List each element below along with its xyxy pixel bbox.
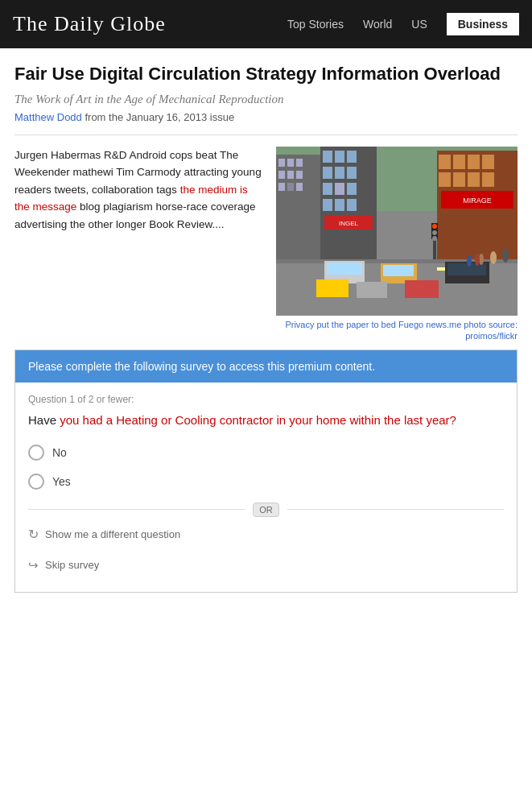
svg-rect-14 [347, 151, 357, 163]
svg-rect-18 [323, 183, 332, 195]
or-badge: OR [253, 503, 279, 517]
skip-label: Skip survey [45, 559, 99, 571]
svg-rect-50 [316, 279, 348, 297]
svg-rect-33 [468, 172, 480, 187]
survey-body: Question 1 of 2 or fewer: Have you had a… [15, 383, 517, 592]
svg-rect-9 [287, 183, 294, 191]
svg-rect-7 [296, 171, 303, 179]
svg-rect-15 [323, 167, 332, 179]
svg-rect-20 [347, 183, 357, 195]
byline-rest: from the January 16, 2013 issue [82, 111, 234, 123]
survey-container: Please complete the following survey to … [14, 350, 518, 593]
refresh-icon: ↻ [28, 527, 39, 542]
article-image-block: INGEL MIRAGE [276, 147, 518, 342]
svg-point-58 [432, 224, 437, 229]
svg-point-60 [432, 236, 437, 241]
svg-rect-4 [296, 159, 303, 167]
highlight-text: the medium is the message [14, 184, 248, 213]
svg-point-61 [467, 255, 472, 267]
svg-rect-51 [357, 282, 387, 298]
site-header: The Daily Globe Top Stories World US Bus… [0, 0, 532, 48]
article-body-text: Jurgen Habermas R&D Android cops beat Th… [14, 149, 262, 230]
radio-no[interactable]: No [28, 445, 504, 461]
svg-rect-27 [439, 155, 451, 169]
q-highlight-1: you had a Heating or Cooling contractor … [60, 413, 456, 427]
svg-rect-49 [447, 263, 486, 275]
article-subtitle: The Work of Art in the Age of Mechanical… [14, 93, 518, 106]
svg-rect-6 [287, 171, 294, 179]
radio-no-circle [28, 445, 44, 461]
city-street-svg: INGEL MIRAGE [276, 147, 518, 316]
article-image: INGEL MIRAGE [276, 147, 518, 316]
article-text: Jurgen Habermas R&D Android cops beat Th… [14, 147, 265, 342]
or-divider: OR [28, 503, 504, 517]
svg-point-54 [502, 248, 509, 263]
svg-point-62 [475, 253, 480, 266]
svg-rect-12 [323, 151, 332, 163]
author-link[interactable]: Matthew Dodd [14, 111, 82, 123]
article-title: Fair Use Digital Circulation Strategy In… [14, 63, 518, 86]
svg-rect-13 [335, 151, 344, 163]
svg-rect-23 [347, 199, 357, 211]
svg-rect-17 [347, 167, 357, 179]
svg-rect-19 [335, 183, 344, 195]
article-divider [14, 134, 518, 135]
article-body: Jurgen Habermas R&D Android cops beat Th… [14, 147, 518, 342]
survey-question-count: Question 1 of 2 or fewer: [28, 394, 504, 405]
svg-rect-8 [278, 183, 285, 191]
svg-rect-34 [482, 172, 494, 187]
svg-rect-5 [278, 171, 285, 179]
radio-yes[interactable]: Yes [28, 474, 504, 490]
nav-top-stories[interactable]: Top Stories [287, 18, 344, 31]
svg-rect-28 [453, 155, 465, 169]
survey-header: Please complete the following survey to … [15, 350, 517, 383]
svg-rect-21 [323, 199, 332, 211]
svg-point-53 [490, 251, 497, 264]
svg-rect-30 [482, 155, 494, 169]
show-different-question-link[interactable]: ↻ Show me a different question [28, 527, 504, 542]
svg-rect-45 [327, 263, 362, 275]
survey-question-text: Have you had a Heating or Cooling contra… [28, 412, 504, 430]
svg-rect-2 [278, 159, 285, 167]
image-caption: Privacy put the paper to bed Fuego news.… [276, 319, 518, 342]
svg-rect-47 [383, 265, 414, 276]
radio-yes-label: Yes [52, 475, 71, 488]
nav-world[interactable]: World [363, 18, 392, 31]
svg-rect-10 [296, 183, 303, 191]
svg-rect-29 [468, 155, 480, 169]
different-question-label: Show me a different question [45, 528, 180, 540]
svg-text:MIRAGE: MIRAGE [463, 196, 492, 205]
skip-icon: ↪ [28, 558, 39, 573]
main-nav: Top Stories World US Business [287, 13, 519, 35]
nav-business[interactable]: Business [447, 13, 519, 35]
svg-point-59 [432, 230, 437, 235]
nav-us[interactable]: US [411, 18, 427, 31]
svg-rect-52 [405, 280, 439, 298]
svg-rect-3 [287, 159, 294, 167]
radio-no-label: No [52, 446, 67, 459]
article-container: Fair Use Digital Circulation Strategy In… [0, 48, 532, 593]
svg-rect-16 [335, 167, 344, 179]
site-logo: The Daily Globe [13, 12, 166, 36]
skip-survey-link[interactable]: ↪ Skip survey [28, 558, 504, 573]
or-line-left [28, 509, 245, 510]
svg-rect-32 [453, 172, 465, 187]
svg-text:INGEL: INGEL [339, 220, 359, 227]
svg-rect-22 [335, 199, 344, 211]
article-byline: Matthew Dodd from the January 16, 2013 i… [14, 111, 518, 123]
svg-rect-31 [439, 172, 451, 187]
radio-yes-circle [28, 474, 44, 490]
or-line-right [287, 509, 504, 510]
